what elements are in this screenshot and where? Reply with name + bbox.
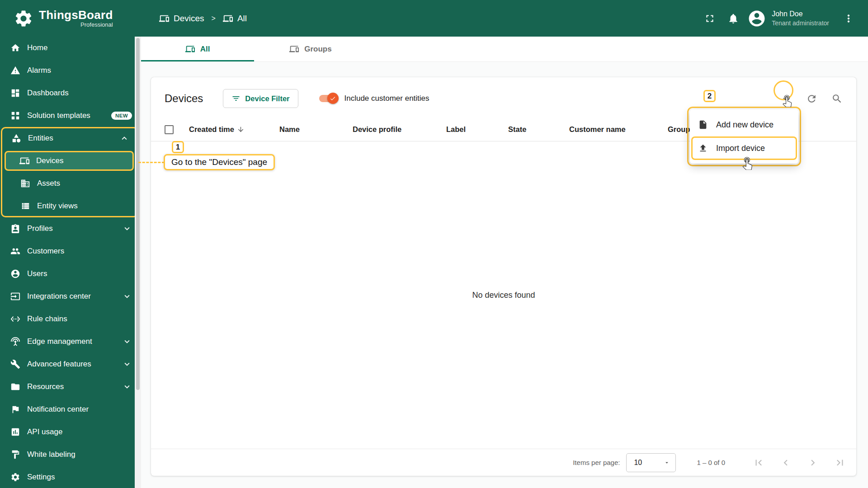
solution-templates-icon	[10, 110, 21, 121]
select-caret-icon	[664, 460, 670, 466]
file-icon	[698, 120, 708, 130]
column-header-label[interactable]: Label	[446, 125, 508, 134]
device-filter-button[interactable]: Device Filter	[223, 89, 298, 108]
column-header-state[interactable]: State	[508, 125, 569, 134]
fullscreen-button[interactable]	[699, 8, 720, 29]
assets-icon	[20, 178, 31, 189]
breadcrumb-separator: >	[212, 14, 216, 23]
breadcrumb-all[interactable]: All	[223, 14, 247, 23]
last-page-button[interactable]	[830, 453, 850, 473]
first-page-button[interactable]	[749, 453, 769, 473]
sidebar-item-label: Devices	[36, 156, 63, 165]
sidebar-item-home[interactable]: Home	[0, 37, 141, 59]
more-menu-button[interactable]	[838, 8, 859, 29]
sidebar-item-label: Solution templates	[27, 111, 90, 120]
thingsboard-logo[interactable]: ThingsBoard Professional	[0, 0, 141, 37]
devices-icon	[159, 14, 169, 23]
column-header-device-profile[interactable]: Device profile	[353, 125, 446, 134]
step1-connector-line	[138, 162, 165, 163]
menu-item-add-new-device[interactable]: Add new device	[690, 113, 798, 136]
notifications-button[interactable]	[723, 8, 744, 29]
edge-management-icon	[10, 336, 21, 347]
sort-descending-icon[interactable]	[237, 126, 245, 133]
sidebar-item-profiles[interactable]: Profiles	[0, 217, 141, 240]
top-header: Devices > All John Doe Tenant administra…	[141, 0, 868, 37]
sidebar-item-integrations-center[interactable]: Integrations center	[0, 285, 141, 308]
more-vert-icon	[843, 13, 854, 24]
chevron-down-icon	[122, 224, 132, 234]
previous-page-button[interactable]	[776, 453, 796, 473]
refresh-button[interactable]	[802, 89, 821, 108]
step1-callout: Go to the "Devices" page	[164, 154, 275, 170]
sidebar-item-dashboards[interactable]: Dashboards	[0, 82, 141, 104]
sidebar-item-white-labeling[interactable]: White labeling	[0, 443, 141, 466]
entities-icon	[11, 133, 22, 144]
toggle-thumb-check-icon	[327, 93, 339, 104]
entity-views-icon	[20, 201, 31, 211]
user-avatar[interactable]	[746, 8, 767, 29]
sidebar-item-label: Dashboards	[27, 89, 69, 98]
chevron-down-icon	[122, 337, 132, 347]
chevron-left-icon	[780, 457, 792, 469]
sidebar-item-devices[interactable]: Devices	[5, 151, 134, 171]
page-size-select[interactable]: 10	[626, 453, 676, 472]
first-page-icon	[753, 457, 764, 469]
api-usage-icon	[10, 427, 21, 437]
search-button[interactable]	[827, 89, 846, 108]
sidebar-item-rule-chains[interactable]: Rule chains	[0, 308, 141, 330]
devices-icon	[19, 155, 30, 166]
devices-icon	[185, 44, 195, 54]
new-badge: NEW	[111, 112, 132, 120]
page-range-label: 1 – 0 of 0	[697, 459, 725, 466]
refresh-icon	[806, 93, 817, 104]
column-header-name[interactable]: Name	[279, 125, 353, 134]
column-header-customer-name[interactable]: Customer name	[569, 125, 668, 134]
sidebar-item-notification-center[interactable]: Notification center	[0, 398, 141, 421]
items-per-page-label: Items per page:	[573, 459, 620, 466]
sidebar-item-alarms[interactable]: Alarms	[0, 59, 141, 82]
table-body: No devices found	[151, 141, 856, 449]
upload-icon	[698, 143, 708, 153]
breadcrumb-label: Devices	[174, 14, 204, 23]
hand-pointer-icon	[740, 155, 755, 170]
sidebar-scrollbar-thumb[interactable]	[136, 38, 140, 390]
resources-folder-icon	[10, 381, 21, 392]
sidebar-item-users[interactable]: Users	[0, 263, 141, 285]
home-icon	[10, 42, 21, 53]
menu-item-label: Import device	[716, 144, 765, 153]
column-header-created-time[interactable]: Created time	[189, 125, 279, 134]
tab-groups[interactable]: Groups	[254, 37, 367, 61]
include-customer-entities-toggle[interactable]	[319, 95, 337, 102]
tab-label: Groups	[304, 45, 331, 54]
sidebar-item-settings[interactable]: Settings	[0, 466, 141, 488]
breadcrumb-devices[interactable]: Devices	[159, 14, 204, 23]
settings-gear-icon	[10, 472, 21, 483]
sidebar-item-assets[interactable]: Assets	[1, 172, 138, 195]
tab-all[interactable]: All	[141, 37, 254, 61]
sidebar-item-advanced-features[interactable]: Advanced features	[0, 353, 141, 375]
step1-number-badge: 1	[172, 141, 184, 153]
sidebar-item-resources[interactable]: Resources	[0, 375, 141, 398]
sidebar-item-label: API usage	[27, 427, 62, 436]
search-icon	[831, 93, 843, 104]
menu-item-label: Add new device	[716, 120, 774, 130]
topbar-actions: John Doe Tenant administrator	[699, 8, 859, 29]
filter-icon	[231, 94, 241, 103]
sidebar-item-entities[interactable]: Entities	[1, 127, 138, 150]
sidebar-scrollbar[interactable]	[135, 37, 141, 488]
select-all-checkbox[interactable]	[165, 125, 174, 134]
sidebar-item-api-usage[interactable]: API usage	[0, 421, 141, 443]
sidebar-item-edge-management[interactable]: Edge management	[0, 330, 141, 353]
sidebar-item-entity-views[interactable]: Entity views	[1, 195, 138, 217]
sidebar-nav: Home Alarms Dashboards Solution template…	[0, 37, 141, 488]
chevron-down-icon	[122, 382, 132, 392]
sidebar-item-solution-templates[interactable]: Solution templates NEW	[0, 104, 141, 127]
white-labeling-icon	[10, 449, 21, 460]
fullscreen-icon	[704, 13, 716, 24]
sidebar-item-customers[interactable]: Customers	[0, 240, 141, 263]
device-filter-label: Device Filter	[245, 94, 289, 103]
next-page-button[interactable]	[803, 453, 823, 473]
tab-bar: All Groups	[141, 37, 868, 62]
tab-label: All	[200, 45, 210, 54]
app-root: ThingsBoard Professional Home Alarms Das…	[0, 0, 868, 488]
